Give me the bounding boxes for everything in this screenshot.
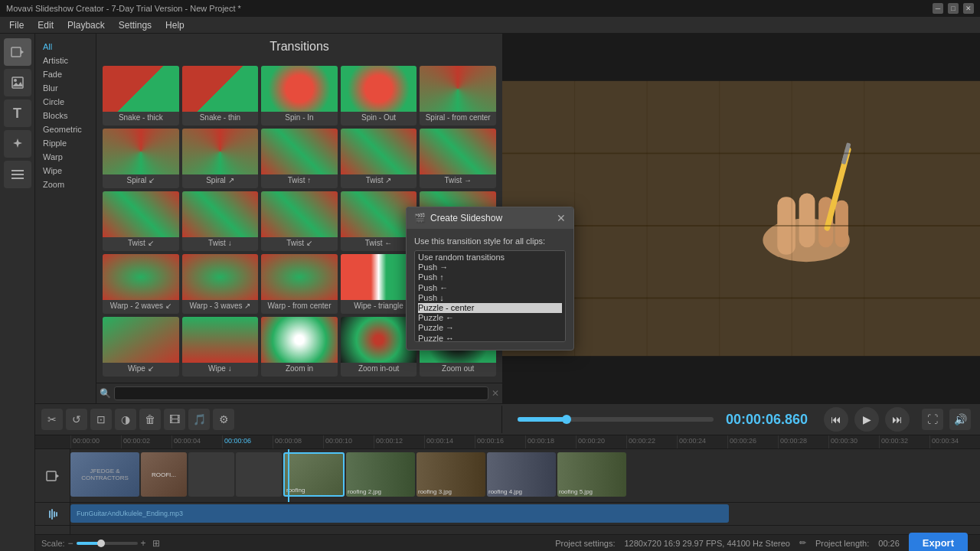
- clip-item[interactable]: roofing: [283, 452, 345, 497]
- cat-fade[interactable]: Fade: [38, 67, 93, 81]
- trans-item[interactable]: Spiral - from center: [420, 66, 496, 126]
- menu-help[interactable]: Help: [159, 18, 191, 32]
- clip-item[interactable]: [236, 452, 282, 497]
- export-button[interactable]: Export: [909, 533, 968, 551]
- trans-item[interactable]: Spin - In: [261, 66, 338, 126]
- clip-item[interactable]: [188, 452, 234, 497]
- tool-media[interactable]: [4, 69, 31, 96]
- audio-label: FunGuitarAndUkulele_Ending.mp3: [77, 510, 183, 517]
- trans-item[interactable]: Spin - Out: [341, 66, 417, 126]
- trans-item[interactable]: Twist ↗: [341, 129, 417, 188]
- settings-btn[interactable]: ⚙: [213, 409, 234, 430]
- play-btn[interactable]: ▶: [854, 407, 879, 432]
- clip-item[interactable]: ROOFI...: [141, 452, 187, 497]
- trans-item[interactable]: Wipe ↓: [182, 317, 259, 377]
- cut-btn[interactable]: ✂: [41, 409, 63, 430]
- trans-item[interactable]: Warp - 2 waves ↙: [103, 254, 179, 314]
- trans-label: Spiral ↙: [103, 174, 179, 185]
- fit-icon[interactable]: ⊞: [152, 538, 160, 549]
- cat-blur[interactable]: Blur: [38, 81, 93, 95]
- trans-item[interactable]: Warp - from center: [261, 254, 338, 314]
- timeline: 00:00:00 00:00:02 00:00:04 00:00:06 00:0…: [35, 435, 980, 551]
- dropdown-option[interactable]: Push →: [418, 262, 562, 272]
- cat-all[interactable]: All: [38, 40, 93, 54]
- fullscreen-btn[interactable]: ⛶: [922, 409, 943, 430]
- cat-warp[interactable]: Warp: [38, 150, 93, 164]
- clip-item[interactable]: JFEDGE & CONTRACTORS: [70, 452, 139, 497]
- clip-item[interactable]: roofing 2.jpg: [346, 452, 415, 497]
- menu-playback[interactable]: Playback: [61, 18, 111, 32]
- cat-artistic[interactable]: Artistic: [38, 54, 93, 67]
- cat-blocks[interactable]: Blocks: [38, 109, 93, 122]
- progress-bar[interactable]: [518, 417, 714, 422]
- prev-btn[interactable]: ⏮: [824, 407, 848, 432]
- audio-btn[interactable]: 🎵: [188, 409, 210, 430]
- dropdown-option[interactable]: Puzzle ↔: [418, 334, 562, 343]
- trans-item[interactable]: Snake - thick: [103, 66, 179, 126]
- trans-item[interactable]: Twist ↙: [261, 191, 338, 251]
- trans-item[interactable]: Twist ↙: [103, 191, 179, 251]
- color-btn[interactable]: ◑: [115, 409, 136, 430]
- trans-item[interactable]: Twist ↑: [261, 129, 338, 188]
- dropdown-option[interactable]: Push ↓: [418, 293, 562, 303]
- tool-text[interactable]: T: [4, 99, 31, 127]
- menu-edit[interactable]: Edit: [31, 18, 60, 32]
- trans-thumb: [182, 66, 259, 112]
- clip-item[interactable]: roofing 4.jpg: [487, 452, 556, 497]
- trans-label: Twist →: [420, 174, 496, 185]
- dialog-close-btn[interactable]: ✕: [557, 212, 566, 224]
- trans-item[interactable]: Warp - 3 waves ↗: [182, 254, 259, 314]
- clip-item[interactable]: roofing 5.jpg: [557, 452, 626, 497]
- dropdown-option[interactable]: Puzzle ←: [418, 313, 562, 323]
- menu-settings[interactable]: Settings: [113, 18, 158, 32]
- clip-item[interactable]: roofing 3.jpg: [416, 452, 485, 497]
- cat-zoom[interactable]: Zoom: [38, 178, 93, 191]
- progress-handle[interactable]: [562, 415, 571, 424]
- animation-btn[interactable]: 🎞: [164, 409, 185, 430]
- search-input[interactable]: [114, 386, 488, 400]
- maximize-btn[interactable]: □: [948, 3, 959, 14]
- edit-settings-icon[interactable]: ✏: [799, 538, 806, 548]
- scale-plus-icon[interactable]: +: [141, 538, 146, 549]
- trans-label: Zoom out: [420, 363, 496, 373]
- tool-effects[interactable]: [4, 130, 31, 158]
- dropdown-option[interactable]: Push ↑: [418, 272, 562, 282]
- dropdown-option[interactable]: Puzzle - center: [418, 303, 562, 313]
- delete-btn[interactable]: 🗑: [139, 409, 161, 430]
- timeline-ruler: 00:00:00 00:00:02 00:00:04 00:00:06 00:0…: [35, 435, 980, 449]
- tool-video[interactable]: [4, 38, 31, 66]
- trans-item[interactable]: Zoom in: [261, 317, 338, 377]
- menu-file[interactable]: File: [3, 18, 30, 32]
- crop-btn[interactable]: ⊡: [90, 409, 112, 430]
- trans-item[interactable]: Twist →: [420, 129, 496, 188]
- undo-btn[interactable]: ↺: [66, 409, 87, 430]
- trans-thumb: [103, 129, 179, 174]
- dropdown-option[interactable]: Push ←: [418, 283, 562, 293]
- cat-geometric[interactable]: Geometric: [38, 122, 93, 136]
- scale-minus-icon[interactable]: −: [68, 538, 74, 549]
- scale-slider[interactable]: [77, 542, 138, 545]
- audio-clip[interactable]: FunGuitarAndUkulele_Ending.mp3: [70, 504, 729, 523]
- clear-search-icon[interactable]: ✕: [492, 388, 499, 399]
- cat-wipe[interactable]: Wipe: [38, 164, 93, 178]
- cat-circle[interactable]: Circle: [38, 95, 93, 109]
- trans-item[interactable]: Spiral ↗: [182, 129, 259, 188]
- scale-handle[interactable]: [97, 540, 105, 547]
- timeline-controls-bar: ✂ ↺ ⊡ ◑ 🗑 🎞 🎵 ⚙ 00:00:06.860 ⏮ ▶ ⏭ ⛶ 🔊: [35, 403, 980, 435]
- dropdown-option[interactable]: Puzzle →: [418, 323, 562, 333]
- transition-style-dropdown[interactable]: Use random transitions Push → Push ↑ Pus…: [414, 250, 566, 342]
- volume-btn[interactable]: 🔊: [949, 409, 971, 430]
- next-btn[interactable]: ⏭: [885, 407, 910, 432]
- trans-item[interactable]: Snake - thin: [182, 66, 259, 126]
- tool-menu[interactable]: [4, 161, 31, 188]
- menu-bar: File Edit Playback Settings Help: [0, 17, 980, 34]
- close-btn[interactable]: ✕: [963, 3, 974, 14]
- trans-item[interactable]: Twist ↓: [182, 191, 259, 251]
- trans-item[interactable]: Spiral ↙: [103, 129, 179, 188]
- dropdown-option[interactable]: Use random transitions: [418, 253, 562, 262]
- svg-marker-26: [56, 474, 59, 478]
- minimize-btn[interactable]: ─: [933, 3, 943, 14]
- trans-item[interactable]: Wipe ↙: [103, 317, 179, 377]
- right-controls: 00:00:06.860 ⏮ ▶ ⏭ ⛶ 🔊: [502, 404, 980, 435]
- cat-ripple[interactable]: Ripple: [38, 136, 93, 150]
